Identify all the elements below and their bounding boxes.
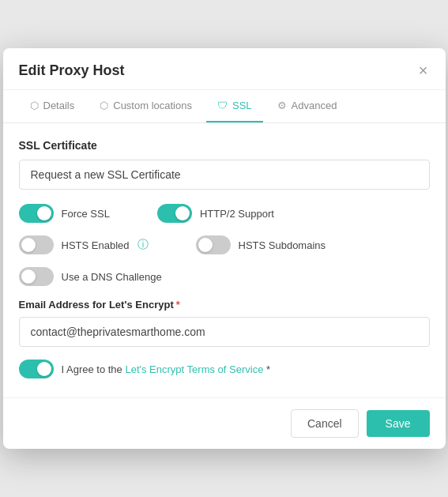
save-button[interactable]: Save: [367, 410, 430, 437]
tabs-bar: ⬡ Details ⬡ Custom locations 🛡 SSL ⚙ Adv…: [3, 90, 446, 123]
http2-toggle-item: HTTP/2 Support: [157, 204, 274, 223]
ssl-icon: 🛡: [217, 100, 228, 111]
email-form-group: Email Address for Let's Encrypt *: [19, 299, 430, 347]
required-star: *: [176, 299, 180, 311]
custom-locations-icon: ⬡: [100, 100, 108, 111]
force-ssl-toggle[interactable]: [19, 204, 54, 223]
close-button[interactable]: ×: [417, 61, 430, 80]
toggles-row-3: Use a DNS Challenge: [19, 267, 430, 286]
hsts-subdomains-label: HSTS Subdomains: [239, 239, 326, 251]
cancel-button[interactable]: Cancel: [291, 409, 359, 438]
email-label: Email Address for Let's Encrypt *: [19, 299, 430, 311]
modal-body: SSL Certificate Request a new SSL Certif…: [3, 123, 446, 391]
tab-ssl[interactable]: 🛡 SSL: [206, 90, 263, 122]
force-ssl-toggle-item: Force SSL: [19, 204, 110, 223]
http2-label: HTTP/2 Support: [200, 208, 274, 220]
email-input[interactable]: [19, 317, 430, 347]
modal-title: Edit Proxy Host: [19, 62, 125, 79]
tos-row: I Agree to the Let's Encrypt Terms of Se…: [19, 360, 430, 378]
dns-challenge-toggle[interactable]: [19, 267, 54, 286]
tab-advanced[interactable]: ⚙ Advanced: [266, 90, 348, 122]
hsts-help-icon[interactable]: ⓘ: [137, 238, 149, 252]
ssl-certificate-label: SSL Certificate: [19, 139, 430, 152]
dns-challenge-label: Use a DNS Challenge: [62, 271, 162, 283]
toggles-row-2: HSTS Enabled ⓘ HSTS Subdomains: [19, 235, 430, 254]
advanced-icon: ⚙: [277, 100, 287, 111]
dns-challenge-toggle-item: Use a DNS Challenge: [19, 267, 162, 286]
modal-footer: Cancel Save: [3, 397, 446, 449]
details-icon: ⬡: [30, 100, 39, 111]
hsts-enabled-label: HSTS Enabled: [62, 239, 130, 251]
tos-link[interactable]: Let's Encrypt Terms of Service: [125, 363, 263, 375]
tab-custom-locations[interactable]: ⬡ Custom locations: [88, 90, 203, 122]
hsts-subdomains-toggle[interactable]: [196, 235, 231, 254]
toggles-row-1: Force SSL HTTP/2 Support: [19, 204, 430, 223]
tos-text: I Agree to the Let's Encrypt Terms of Se…: [62, 363, 271, 375]
modal-header: Edit Proxy Host ×: [3, 48, 446, 90]
tab-details[interactable]: ⬡ Details: [19, 90, 86, 122]
edit-proxy-host-modal: Edit Proxy Host × ⬡ Details ⬡ Custom loc…: [3, 48, 446, 449]
hsts-subdomains-toggle-item: HSTS Subdomains: [196, 235, 326, 254]
force-ssl-label: Force SSL: [62, 208, 110, 220]
http2-toggle[interactable]: [157, 204, 192, 223]
tos-toggle[interactable]: [19, 360, 54, 378]
hsts-enabled-toggle[interactable]: [19, 235, 54, 254]
hsts-enabled-toggle-item: HSTS Enabled ⓘ: [19, 235, 149, 254]
ssl-certificate-select[interactable]: Request a new SSL Certificate: [19, 160, 430, 190]
